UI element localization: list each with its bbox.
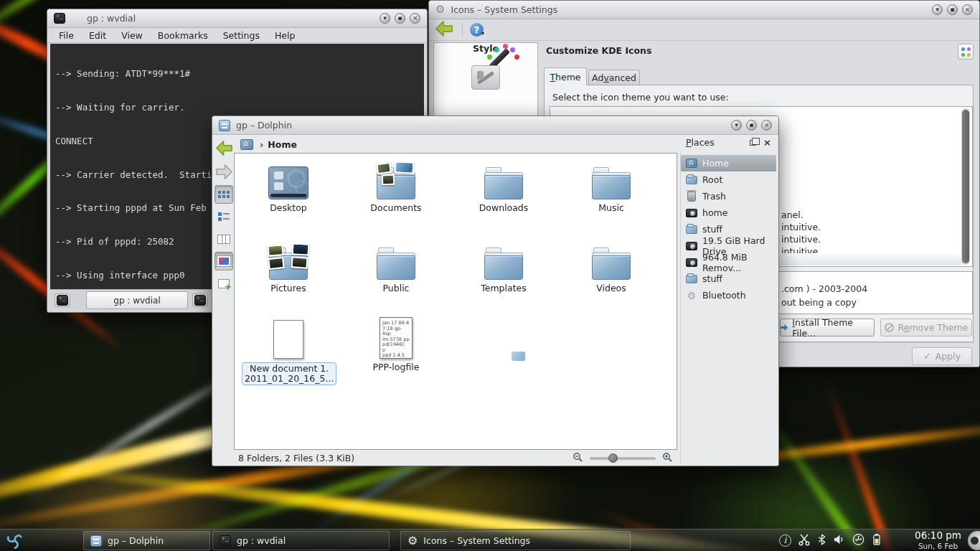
minimize-button[interactable]: ▾ bbox=[932, 4, 943, 15]
place-home-drive[interactable]: home bbox=[681, 204, 776, 221]
digital-clock[interactable]: 06:10 pm Sun, 6 Feb bbox=[915, 530, 961, 551]
preview-toggle-button[interactable] bbox=[215, 252, 233, 270]
maximize-button[interactable]: ▪ bbox=[395, 13, 405, 24]
place-label: home bbox=[702, 207, 727, 218]
float-panel-icon[interactable] bbox=[750, 140, 756, 146]
home-folder-icon bbox=[686, 159, 697, 168]
battery-icon[interactable] bbox=[872, 533, 882, 549]
terminal-line: --> Waiting for carrier. bbox=[55, 102, 419, 113]
dolphin-icon bbox=[90, 535, 102, 547]
taskbar-task-wvdial[interactable]: gp : wvdial bbox=[212, 531, 390, 550]
breadcrumb-home-button[interactable] bbox=[238, 137, 255, 151]
place-label: Trash bbox=[702, 191, 726, 202]
system-tray: i bbox=[779, 529, 882, 551]
label-rest: heme bbox=[555, 72, 580, 83]
panel-toolbox-cashew[interactable] bbox=[968, 531, 980, 550]
volume-icon[interactable] bbox=[833, 534, 845, 548]
titlebar[interactable]: gp : wvdial ▾ ▪ × bbox=[47, 9, 427, 28]
file-item[interactable]: Music bbox=[565, 158, 658, 213]
bluetooth-icon[interactable] bbox=[817, 533, 826, 549]
scrollbar-thumb[interactable] bbox=[962, 110, 969, 263]
folder-icon bbox=[484, 248, 523, 280]
file-item[interactable]: Videos bbox=[565, 238, 658, 293]
klipper-icon[interactable] bbox=[798, 533, 811, 549]
remove-theme-button[interactable]: Remove Theme bbox=[880, 319, 972, 336]
taskbar-task-dolphin[interactable]: gp – Dolphin bbox=[83, 531, 210, 550]
file-item[interactable]: Templates bbox=[457, 238, 550, 293]
back-button[interactable] bbox=[214, 138, 234, 158]
place-bluetooth[interactable]: ⚙Bluetooth bbox=[681, 287, 776, 303]
apply-button[interactable]: ✓ Apply bbox=[912, 347, 972, 365]
place-label: stuff bbox=[702, 224, 722, 235]
label-accel: T bbox=[550, 72, 555, 83]
file-item[interactable]: Pictures bbox=[242, 238, 335, 293]
theme-description-line: intuitive. bbox=[781, 233, 821, 245]
titlebar[interactable]: gp – Dolphin ▾ ▪ × bbox=[212, 116, 778, 135]
file-item[interactable]: Jan 17 09:47:18 gp-Aspire-5738 pppd[1946… bbox=[349, 317, 443, 372]
zoom-out-button[interactable] bbox=[573, 452, 583, 465]
minimize-button[interactable]: ▾ bbox=[731, 120, 742, 131]
close-button[interactable]: × bbox=[962, 4, 973, 15]
zoom-slider[interactable] bbox=[590, 457, 656, 460]
menu-settings[interactable]: Settings bbox=[223, 30, 260, 41]
minimize-button[interactable]: ▾ bbox=[380, 13, 390, 24]
tab-theme[interactable]: Theme bbox=[544, 67, 587, 85]
apply-label: Apply bbox=[936, 351, 961, 362]
places-title: Places bbox=[686, 137, 715, 148]
theme-description-line: intuitive. bbox=[781, 221, 821, 233]
gear-icon: ⚙ bbox=[435, 4, 445, 15]
place-home[interactable]: Home bbox=[681, 155, 776, 171]
tab-advanced[interactable]: Advanced bbox=[588, 70, 640, 85]
columns-view-button[interactable] bbox=[215, 230, 233, 248]
scrollbar[interactable] bbox=[961, 108, 970, 265]
icons-view-button[interactable] bbox=[215, 185, 233, 204]
forward-button[interactable] bbox=[214, 161, 234, 182]
session-tab[interactable]: gp : wvdial bbox=[86, 291, 188, 309]
taskbar-task-system-settings[interactable]: ⚙ Icons – System Settings bbox=[400, 531, 631, 550]
back-button[interactable] bbox=[433, 19, 455, 41]
clock-time: 06:10 pm bbox=[915, 530, 961, 541]
zoom-in-button[interactable] bbox=[662, 452, 673, 465]
device-notifier-icon[interactable] bbox=[852, 533, 865, 549]
overview-button[interactable] bbox=[958, 44, 974, 60]
sidebar-item-style[interactable]: Style bbox=[434, 43, 537, 54]
file-item-selected[interactable]: New document 1.2011_01_20_16_5... bbox=[242, 317, 335, 385]
menu-edit[interactable]: Edit bbox=[89, 30, 106, 41]
tab-list-button[interactable] bbox=[192, 293, 208, 307]
place-removable-drive[interactable]: 964.8 MiB Remov... bbox=[681, 254, 776, 270]
file-label: Downloads bbox=[457, 203, 550, 213]
menu-bookmarks[interactable]: Bookmarks bbox=[158, 30, 208, 41]
zoom-slider-handle[interactable] bbox=[608, 453, 618, 463]
details-view-button[interactable] bbox=[215, 207, 233, 226]
settings-category-icon[interactable] bbox=[471, 65, 500, 90]
file-item[interactable]: Public bbox=[349, 238, 443, 293]
split-view-button[interactable] bbox=[215, 274, 233, 293]
folder-view[interactable]: Desktop Documents Downloads Music Pictur… bbox=[234, 153, 677, 450]
install-theme-button[interactable]: Install Theme File... bbox=[780, 319, 875, 336]
close-button[interactable]: × bbox=[761, 120, 772, 131]
place-root[interactable]: Root bbox=[681, 171, 776, 188]
menu-file[interactable]: File bbox=[59, 30, 74, 41]
menu-help[interactable]: Help bbox=[275, 30, 296, 41]
file-item[interactable]: Desktop bbox=[242, 158, 335, 213]
folder-icon bbox=[686, 176, 697, 184]
titlebar[interactable]: ⚙ Icons – System Settings ▾ ▪ × bbox=[429, 1, 979, 19]
close-button[interactable]: × bbox=[410, 13, 420, 24]
folder-icon bbox=[686, 225, 697, 234]
notifications-icon[interactable]: i bbox=[779, 534, 791, 547]
new-tab-button[interactable] bbox=[55, 293, 70, 307]
file-item[interactable]: Downloads bbox=[457, 158, 550, 213]
file-label: Desktop bbox=[242, 203, 335, 213]
maximize-button[interactable]: ▪ bbox=[746, 120, 757, 131]
place-trash[interactable]: Trash bbox=[681, 188, 776, 204]
close-panel-icon[interactable]: × bbox=[763, 138, 771, 147]
dolphin-window: gp – Dolphin ▾ ▪ × › Home Places × bbox=[212, 116, 779, 466]
breadcrumb-home-label[interactable]: Home bbox=[268, 139, 297, 150]
thumbnail-artifact bbox=[512, 352, 525, 361]
app-launcher-button[interactable] bbox=[4, 530, 25, 551]
maximize-button[interactable]: ▪ bbox=[947, 4, 958, 15]
file-item[interactable]: Documents bbox=[349, 158, 443, 213]
menu-view[interactable]: View bbox=[121, 30, 143, 41]
terminal-icon bbox=[57, 295, 68, 306]
help-button[interactable]: ? ▾ bbox=[470, 23, 484, 37]
